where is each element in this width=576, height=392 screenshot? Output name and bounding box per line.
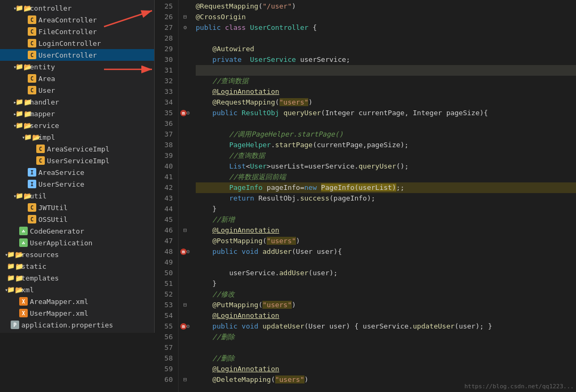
sidebar-item-util[interactable]: 📂util	[0, 190, 154, 202]
tree-item-label: entity	[30, 63, 55, 71]
sidebar-item-impl[interactable]: 📂impl	[0, 131, 154, 143]
class-c-icon: C	[36, 145, 45, 153]
line-annotation-51[interactable]	[179, 278, 191, 289]
fold-icon[interactable]: ⊟	[183, 227, 187, 234]
line-annotation-53[interactable]: ⊟	[179, 300, 191, 310]
line-annotation-56[interactable]	[179, 332, 191, 342]
code-line-41: //将数据返回前端	[196, 172, 576, 182]
class-c-icon: C	[36, 156, 45, 165]
interface-icon: I	[28, 168, 36, 177]
tree-item-label: UserMapper.xml	[30, 309, 89, 317]
line-number-60: 60	[155, 374, 173, 385]
sidebar-item-CodeGenerator[interactable]: ☘CodeGenerator	[0, 225, 154, 237]
line-annotation-38[interactable]	[179, 140, 191, 150]
error-badge[interactable]: m	[180, 323, 187, 330]
file-tree[interactable]: 📂controllerCAreaControllerCFileControlle…	[0, 0, 155, 333]
sidebar-item-OSSUtil[interactable]: COSSUtil	[0, 213, 154, 225]
sidebar-item-UserController[interactable]: CUserController	[0, 49, 154, 61]
sidebar-item-Area[interactable]: CArea	[0, 73, 154, 84]
line-annotation-57[interactable]	[179, 342, 191, 353]
sidebar-item-service[interactable]: 📂service	[0, 119, 154, 131]
fold-icon[interactable]: ⊟	[183, 376, 187, 383]
sidebar-item-controller[interactable]: 📂controller	[0, 2, 154, 14]
tree-item-label: application.properties	[21, 321, 113, 329]
sidebar-item-AreaService[interactable]: IAreaService	[0, 166, 154, 178]
line-number-51: 51	[155, 278, 173, 289]
line-annotation-41[interactable]	[179, 172, 191, 182]
line-annotation-33[interactable]	[179, 86, 191, 97]
sidebar-item-AreaController[interactable]: CAreaController	[0, 14, 154, 26]
line-annotation-48[interactable]: m⚙	[179, 246, 191, 257]
line-annotation-32[interactable]	[179, 76, 191, 86]
sidebar-item-User[interactable]: CUser	[0, 84, 154, 96]
sidebar-item-AreaServiceImpl[interactable]: CAreaServiceImpl	[0, 143, 154, 155]
gear-icon[interactable]: ⚙	[183, 24, 187, 31]
line-annotation-39[interactable]	[179, 150, 191, 161]
interface-icon: I	[28, 180, 36, 188]
code-lines: @RequestMapping("/user")@CrossOriginpubl…	[191, 0, 576, 392]
sidebar-item-UserApplication[interactable]: ☘UserApplication	[0, 237, 154, 249]
line-annotation-58[interactable]	[179, 353, 191, 364]
line-annotation-28[interactable]	[179, 33, 191, 44]
line-annotation-37[interactable]	[179, 129, 191, 140]
line-annotation-25[interactable]	[179, 1, 191, 12]
line-annotation-43[interactable]	[179, 193, 191, 204]
sidebar-item-FileController[interactable]: CFileController	[0, 26, 154, 37]
sidebar-item-static[interactable]: 📁static	[0, 260, 154, 272]
sidebar-item-mapper[interactable]: 📁mapper	[0, 108, 154, 119]
sidebar-item-UserService[interactable]: IUserService	[0, 178, 154, 190]
sidebar-item-xml[interactable]: 📂xml	[0, 284, 154, 295]
line-annotation-34[interactable]	[179, 97, 191, 108]
line-annotation-52[interactable]	[179, 289, 191, 300]
code-line-38: PageHelper.startPage(currentPage,pageSiz…	[196, 140, 576, 150]
line-annotation-46[interactable]: ⊟	[179, 225, 191, 236]
code-line-28	[196, 33, 576, 44]
line-number-53: 53	[155, 300, 173, 310]
line-annotation-50[interactable]	[179, 268, 191, 278]
line-number-32: 32	[155, 76, 173, 86]
error-badge[interactable]: m	[180, 249, 187, 255]
sidebar-item-resources[interactable]: 📂resources	[0, 249, 154, 260]
gear-icon[interactable]: ⚙	[187, 110, 190, 116]
line-number-54: 54	[155, 310, 173, 321]
sidebar-item-JWTUtil[interactable]: CJWTUtil	[0, 202, 154, 213]
class-c-icon: C	[28, 86, 36, 94]
line-annotation-36[interactable]	[179, 118, 191, 129]
error-badge[interactable]: m	[180, 110, 187, 116]
sidebar-item-handler[interactable]: 📁handler	[0, 96, 154, 108]
code-line-31	[196, 65, 576, 76]
line-annotation-26[interactable]: ⊟	[179, 12, 191, 22]
line-annotation-49[interactable]	[179, 257, 191, 268]
line-annotation-47[interactable]	[179, 236, 191, 246]
line-annotation-27[interactable]: ⚙	[179, 22, 191, 33]
line-annotation-60[interactable]: ⊟	[179, 374, 191, 385]
gear-icon[interactable]: ⚙	[187, 323, 190, 329]
code-line-27: public class UserController {	[196, 22, 576, 33]
line-annotation-59[interactable]	[179, 364, 191, 374]
line-annotation-45[interactable]	[179, 214, 191, 225]
code-line-53: @PutMapping("users")	[196, 300, 576, 310]
sidebar-item-entity[interactable]: 📂entity	[0, 61, 154, 73]
line-number-31: 31	[155, 65, 173, 76]
sidebar-item-UserMapper[interactable]: XUserMapper.xml	[0, 307, 154, 319]
sidebar-item-UserServiceImpl[interactable]: CUserServiceImpl	[0, 155, 154, 166]
line-annotation-55[interactable]: m⚙	[179, 321, 191, 332]
sidebar-item-templates[interactable]: 📁templates	[0, 272, 154, 284]
line-annotation-29[interactable]	[179, 44, 191, 54]
tree-item-label: Area	[38, 75, 55, 83]
sidebar-item-LoginController[interactable]: CLoginController	[0, 37, 154, 49]
fold-icon[interactable]: ⊟	[183, 13, 187, 20]
gear-icon[interactable]: ⚙	[187, 249, 190, 254]
line-annotation-40[interactable]	[179, 161, 191, 172]
line-annotation-42[interactable]	[179, 182, 191, 193]
line-number-45: 45	[155, 214, 173, 225]
sidebar-item-application[interactable]: Papplication.properties	[0, 319, 154, 331]
line-annotation-44[interactable]	[179, 204, 191, 214]
folder-icon: 📁	[11, 262, 19, 270]
line-annotation-35[interactable]: m⚙	[179, 108, 191, 118]
line-annotation-30[interactable]	[179, 54, 191, 65]
fold-icon[interactable]: ⊟	[183, 301, 187, 308]
line-annotation-31[interactable]	[179, 65, 191, 76]
sidebar-item-AreaMapper[interactable]: XAreaMapper.xml	[0, 295, 154, 307]
line-annotation-54[interactable]	[179, 310, 191, 321]
